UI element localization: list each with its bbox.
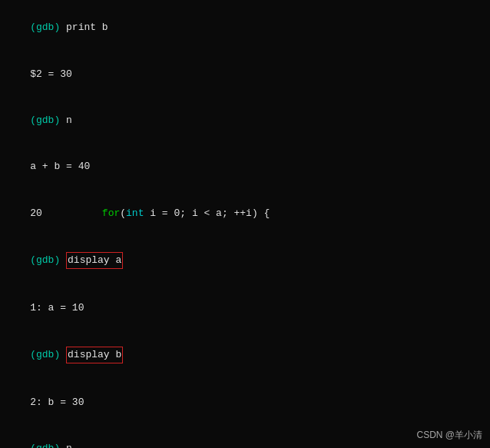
line-6: (gdb) display a bbox=[6, 237, 484, 284]
line-4: a + b = 40 bbox=[6, 144, 484, 190]
line-10: (gdb) n bbox=[6, 426, 484, 448]
line-1: (gdb) print b bbox=[6, 5, 484, 51]
line-7: 1: a = 10 bbox=[6, 285, 484, 331]
line-8: (gdb) display b bbox=[6, 331, 484, 379]
line-9: 2: b = 30 bbox=[6, 379, 484, 425]
watermark: CSDN @羊小清 bbox=[416, 429, 482, 442]
line-2: $2 = 30 bbox=[6, 51, 484, 97]
line-5: 20 for(int i = 0; i < a; ++i) { bbox=[6, 191, 484, 237]
terminal: (gdb) print b $2 = 30 (gdb) n a + b = 40… bbox=[0, 0, 490, 448]
line-3: (gdb) n bbox=[6, 98, 484, 144]
